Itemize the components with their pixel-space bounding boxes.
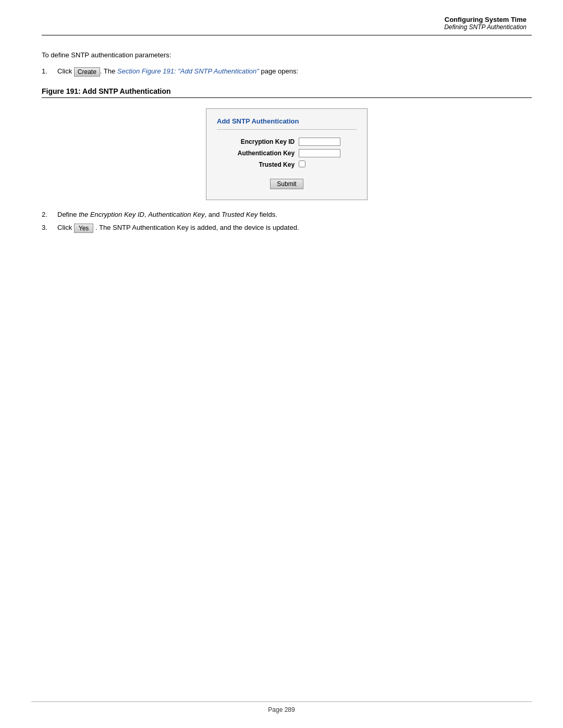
step-3-number: 3. xyxy=(42,224,57,231)
checkbox-trusted-key[interactable] xyxy=(299,161,305,167)
form-table: Encryption Key ID Authentication Key Tru… xyxy=(217,136,357,170)
page-container: Configuring System Time Defining SNTP Au… xyxy=(0,0,563,728)
cell-trusted-key xyxy=(297,159,357,170)
section-link[interactable]: Section Figure 191: "Add SNTP Authentica… xyxy=(117,67,259,75)
form-row-trusted-key: Trusted Key xyxy=(217,159,357,170)
page-number: Page 289 xyxy=(268,706,295,713)
step-2-italic2: Authentication Key xyxy=(148,211,204,218)
header-title: Configuring System Time xyxy=(42,16,527,23)
step-2-italic1: the Encryption Key ID xyxy=(79,211,144,218)
step-2-content: Define the Encryption Key ID, Authentica… xyxy=(57,211,532,218)
yes-button[interactable]: Yes xyxy=(74,224,94,233)
step-3-suffix: . The SNTP Authentication Key is added, … xyxy=(95,224,299,231)
intro-text: To define SNTP authentication parameters… xyxy=(42,51,532,59)
step-1-content: Click Create. The Section Figure 191: "A… xyxy=(57,67,532,77)
input-encryption-key-id[interactable] xyxy=(299,138,340,146)
cell-encryption-key-id xyxy=(297,136,357,147)
step-1-prefix: Click xyxy=(57,67,72,75)
step-2-text-start: Define xyxy=(57,211,79,218)
label-trusted-key: Trusted Key xyxy=(217,159,297,170)
form-row-encryption-key-id: Encryption Key ID xyxy=(217,136,357,147)
top-divider xyxy=(42,35,532,35)
step-1-number: 1. xyxy=(42,67,57,75)
step-2-end: fields. xyxy=(258,211,277,218)
submit-button[interactable]: Submit xyxy=(270,179,303,189)
figure-container: Add SNTP Authentication Encryption Key I… xyxy=(42,108,532,200)
form-row-authentication-key: Authentication Key xyxy=(217,147,357,159)
step-3-prefix: Click xyxy=(57,224,72,231)
step-2-mid2: , and xyxy=(205,211,222,218)
step-1-suffix: page opens: xyxy=(261,67,299,75)
step-2-italic3: Trusted Key xyxy=(222,211,258,218)
dialog-box: Add SNTP Authentication Encryption Key I… xyxy=(206,108,368,200)
input-authentication-key[interactable] xyxy=(299,149,340,157)
step-3: 3. Click Yes . The SNTP Authentication K… xyxy=(42,224,532,233)
cell-authentication-key xyxy=(297,147,357,159)
submit-area: Submit xyxy=(217,179,357,189)
page-footer: Page 289 xyxy=(0,706,563,713)
bottom-divider xyxy=(31,701,532,702)
figure-heading: Figure 191: Add SNTP Authentication xyxy=(42,87,532,98)
label-encryption-key-id: Encryption Key ID xyxy=(217,136,297,147)
create-button[interactable]: Create xyxy=(74,67,100,77)
step-2-number: 2. xyxy=(42,211,57,218)
header-section: Configuring System Time Defining SNTP Au… xyxy=(42,16,532,31)
step-1: 1. Click Create. The Section Figure 191:… xyxy=(42,67,532,77)
label-authentication-key: Authentication Key xyxy=(217,147,297,159)
dialog-title: Add SNTP Authentication xyxy=(217,117,357,130)
header-subtitle: Defining SNTP Authentication xyxy=(42,23,527,31)
step-3-content: Click Yes . The SNTP Authentication Key … xyxy=(57,224,532,233)
step-2: 2. Define the Encryption Key ID, Authent… xyxy=(42,211,532,218)
